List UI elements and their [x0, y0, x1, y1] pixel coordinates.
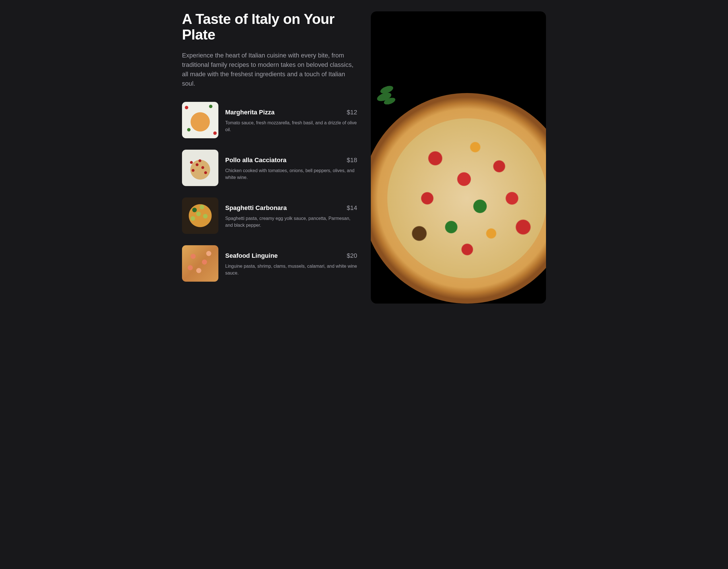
dish-description: Linguine pasta, shrimp, clams, mussels, …	[225, 263, 357, 276]
dish-name: Margherita Pizza	[225, 109, 275, 116]
menu-item-header: Pollo alla Cacciatora $18	[225, 156, 357, 164]
menu-item-header: Margherita Pizza $12	[225, 109, 357, 116]
dish-name: Seafood Linguine	[225, 252, 278, 259]
dish-price: $12	[347, 109, 357, 116]
page-title: A Taste of Italy on Your Plate	[182, 11, 357, 43]
dish-thumbnail	[182, 150, 218, 186]
menu-list: Margherita Pizza $12 Tomato sauce, fresh…	[182, 102, 357, 281]
dish-price: $20	[347, 252, 357, 259]
dish-description: Spaghetti pasta, creamy egg yolk sauce, …	[225, 215, 357, 229]
dish-thumbnail	[182, 245, 218, 281]
pizza-photo	[371, 93, 546, 303]
menu-item-header: Spaghetti Carbonara $14	[225, 204, 357, 212]
menu-item[interactable]: Pollo alla Cacciatora $18 Chicken cooked…	[182, 150, 357, 186]
image-column	[371, 11, 546, 304]
menu-item-text: Seafood Linguine $20 Linguine pasta, shr…	[225, 245, 357, 276]
menu-item-text: Margherita Pizza $12 Tomato sauce, fresh…	[225, 102, 357, 133]
menu-item[interactable]: Margherita Pizza $12 Tomato sauce, fresh…	[182, 102, 357, 138]
dish-name: Pollo alla Cacciatora	[225, 156, 286, 164]
content-column: A Taste of Italy on Your Plate Experienc…	[182, 11, 357, 304]
herb-garnish	[371, 78, 403, 114]
menu-item-text: Pollo alla Cacciatora $18 Chicken cooked…	[225, 150, 357, 181]
menu-item-header: Seafood Linguine $20	[225, 252, 357, 259]
dish-description: Chicken cooked with tomatoes, onions, be…	[225, 167, 357, 181]
dish-thumbnail	[182, 197, 218, 234]
page-subtitle: Experience the heart of Italian cuisine …	[182, 51, 357, 88]
hero-image	[371, 11, 546, 304]
menu-item[interactable]: Spaghetti Carbonara $14 Spaghetti pasta,…	[182, 197, 357, 234]
menu-item[interactable]: Seafood Linguine $20 Linguine pasta, shr…	[182, 245, 357, 281]
page-container: A Taste of Italy on Your Plate Experienc…	[182, 11, 546, 304]
dish-price: $14	[347, 204, 357, 212]
dish-description: Tomato sauce, fresh mozzarella, fresh ba…	[225, 119, 357, 133]
dish-price: $18	[347, 156, 357, 164]
dish-thumbnail	[182, 102, 218, 138]
dish-name: Spaghetti Carbonara	[225, 204, 287, 212]
menu-item-text: Spaghetti Carbonara $14 Spaghetti pasta,…	[225, 197, 357, 229]
